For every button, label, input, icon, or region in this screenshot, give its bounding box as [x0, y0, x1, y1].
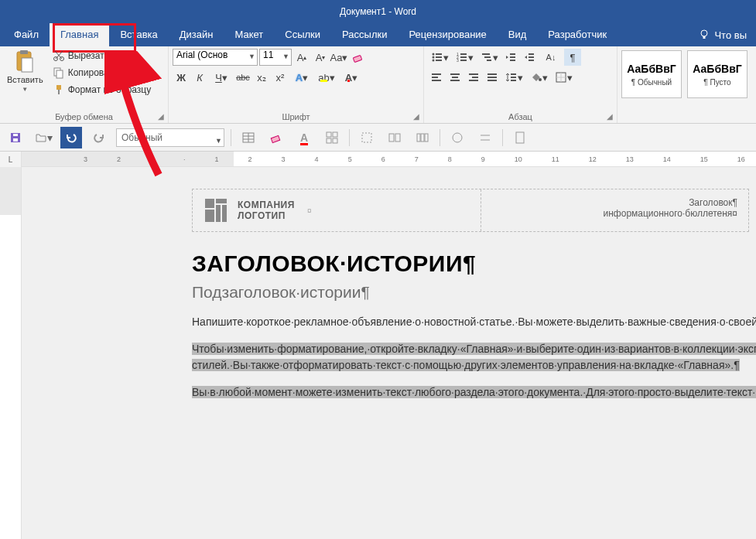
- columns-icon: [416, 131, 429, 145]
- highlight-color-button[interactable]: ab▾: [315, 69, 338, 86]
- decrease-indent-button[interactable]: [502, 49, 519, 66]
- tab-view[interactable]: Вид: [498, 23, 538, 46]
- qat-split-button[interactable]: [384, 127, 405, 148]
- open-button[interactable]: ▾: [32, 127, 54, 148]
- qat-page-button[interactable]: [509, 127, 531, 148]
- qat-dashes-button[interactable]: [474, 127, 496, 148]
- align-left-button[interactable]: [428, 69, 445, 86]
- font-name-combo[interactable]: Arial (Основ▼: [173, 49, 258, 66]
- qat-borders2-button[interactable]: [356, 127, 378, 148]
- change-case-button[interactable]: Aa▾: [330, 49, 347, 66]
- format-painter-button[interactable]: Формат по образцу: [50, 81, 155, 98]
- svg-rect-28: [510, 56, 515, 58]
- tab-mailings[interactable]: Рассылки: [331, 23, 398, 46]
- align-center-button[interactable]: [446, 69, 464, 86]
- numbering-button[interactable]: 123▾: [453, 49, 476, 66]
- strikethrough-button[interactable]: abc: [234, 69, 251, 86]
- tab-design[interactable]: Дизайн: [169, 23, 224, 46]
- qat-eraser-button[interactable]: [265, 127, 287, 148]
- subscript-button[interactable]: x₂: [253, 69, 270, 86]
- paragraph-1[interactable]: Напишите·короткое·рекламное·объявление·о…: [192, 314, 532, 330]
- style-nospacing[interactable]: АаБбВвГ ¶ Пусто: [687, 50, 747, 98]
- paste-icon: [12, 49, 37, 73]
- paragraph-2[interactable]: Чтобы·изменить·форматирование,·откройте·…: [192, 341, 726, 374]
- tab-home[interactable]: Главная: [50, 23, 109, 46]
- borders-button[interactable]: ▾: [552, 69, 575, 86]
- increase-indent-button[interactable]: [521, 49, 538, 66]
- indent-icon: [523, 51, 535, 63]
- svg-rect-40: [472, 77, 478, 78]
- text-effects-button[interactable]: A▾: [290, 69, 313, 86]
- clipboard-dialog-launcher[interactable]: ◢: [156, 111, 166, 121]
- svg-rect-78: [222, 205, 227, 222]
- svg-point-12: [432, 53, 434, 56]
- align-right-button[interactable]: [465, 69, 482, 86]
- tab-file[interactable]: Файл: [3, 23, 50, 46]
- svg-rect-66: [395, 134, 400, 142]
- document-heading1[interactable]: ЗАГОЛОВОК·ИСТОРИИ¶: [192, 251, 749, 277]
- table-icon: [241, 131, 255, 145]
- paste-label: Вставить: [7, 75, 43, 84]
- sort-button[interactable]: A↓: [539, 49, 563, 66]
- document-heading2[interactable]: Подзаголовок·истории¶: [192, 283, 749, 302]
- qat-grid-button[interactable]: [321, 127, 343, 148]
- cut-button[interactable]: Вырезать: [50, 47, 155, 64]
- horizontal-ruler[interactable]: 321·123456789101112131415161718: [22, 152, 756, 166]
- multilevel-list-button[interactable]: ▾: [477, 49, 501, 66]
- group-paragraph: ▾ 123▾ ▾ A↓ ¶ ▾ ▾ ▾ Абзац ◢: [424, 46, 617, 123]
- group-styles: АаБбВвГ ¶ Обычный АаБбВвГ ¶ Пусто: [617, 46, 756, 123]
- svg-point-70: [453, 133, 462, 142]
- style-normal[interactable]: АаБбВвГ ¶ Обычный: [621, 50, 682, 98]
- underline-button[interactable]: Ч▾: [210, 69, 233, 86]
- line-spacing-button[interactable]: ▾: [502, 69, 525, 86]
- qat-circle-button[interactable]: [446, 127, 468, 148]
- qat-table-button[interactable]: [238, 127, 259, 148]
- svg-rect-29: [510, 60, 515, 61]
- tab-review[interactable]: Рецензирование: [398, 23, 497, 46]
- bullets-button[interactable]: ▾: [428, 49, 451, 66]
- font-color-button[interactable]: A▾: [340, 69, 363, 86]
- font-size-value: 11: [263, 49, 273, 60]
- shading-button[interactable]: ▾: [527, 69, 550, 86]
- tell-me[interactable]: Что вы: [699, 29, 753, 41]
- tab-references[interactable]: Ссылки: [274, 23, 331, 46]
- justify-button[interactable]: [484, 69, 501, 86]
- clear-formatting-button[interactable]: [349, 49, 366, 66]
- style-quick-combo[interactable]: Обычный▼: [116, 128, 224, 147]
- tell-me-label: Что вы: [714, 29, 747, 41]
- svg-rect-25: [484, 56, 491, 58]
- tab-layout[interactable]: Макет: [224, 23, 274, 46]
- paragraph-3[interactable]: Вы·в·любой·момент·можете·изменить·текст·…: [192, 384, 726, 401]
- undo-button[interactable]: [60, 127, 82, 148]
- redo-button[interactable]: [88, 127, 110, 148]
- svg-point-48: [539, 78, 542, 81]
- align-center-icon: [449, 71, 461, 84]
- font-size-combo[interactable]: 11▼: [259, 49, 292, 66]
- svg-rect-67: [417, 134, 420, 142]
- qat-fontcolor-button[interactable]: A: [293, 127, 315, 148]
- tab-insert[interactable]: Вставка: [109, 23, 168, 46]
- svg-rect-44: [487, 80, 497, 81]
- paste-button[interactable]: Вставить ▼: [4, 47, 46, 110]
- svg-rect-47: [511, 80, 516, 81]
- font-dialog-launcher[interactable]: ◢: [411, 111, 422, 121]
- vertical-ruler[interactable]: [0, 167, 22, 539]
- save-button[interactable]: [5, 127, 26, 148]
- svg-rect-61: [333, 132, 337, 137]
- shrink-font-button[interactable]: A▾: [312, 49, 329, 66]
- document-canvas[interactable]: КОМПАНИЯ ЛОГОТИП ¤ Заголовок¶ информацио…: [22, 167, 756, 539]
- qat-3col-button[interactable]: [412, 127, 433, 148]
- italic-button[interactable]: К: [191, 69, 208, 86]
- show-marks-button[interactable]: ¶: [564, 49, 581, 66]
- paragraph-dialog-launcher[interactable]: ◢: [604, 111, 615, 121]
- copy-button[interactable]: Копировать: [50, 64, 155, 81]
- tab-developer[interactable]: Разработчик: [537, 23, 617, 46]
- bold-button[interactable]: Ж: [173, 69, 190, 86]
- ruler-corner[interactable]: L: [0, 152, 22, 167]
- superscript-button[interactable]: x²: [272, 69, 289, 86]
- ruler-row: L 321·123456789101112131415161718: [0, 152, 756, 167]
- lightbulb-icon: [699, 29, 710, 40]
- grow-font-button[interactable]: A▴: [293, 49, 310, 66]
- circle-icon: [450, 131, 464, 145]
- undo-icon: [65, 131, 77, 144]
